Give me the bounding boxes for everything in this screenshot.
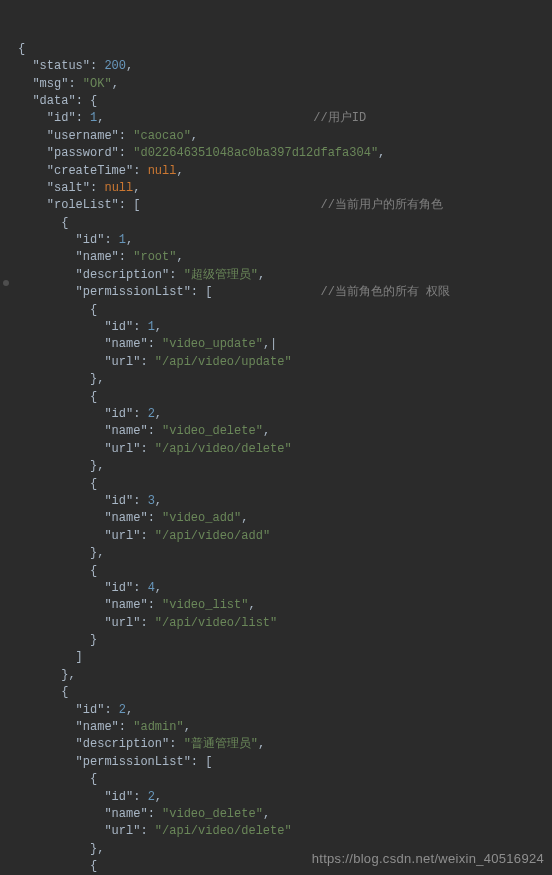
r0p2-name: video_add	[169, 511, 234, 525]
r1p0-url: /api/video/delete	[162, 824, 284, 838]
r0p2-url: /api/video/add	[162, 529, 263, 543]
role1-desc: 普通管理员	[191, 737, 251, 751]
r0p3-name: video_list	[169, 598, 241, 612]
status-value: 200	[104, 59, 126, 73]
password-value: d022646351048ac0ba397d12dfafa304	[140, 146, 370, 160]
r1p0-name: video_delete	[169, 807, 255, 821]
role1-name: admin	[140, 720, 176, 734]
r0p0-name: video_update	[169, 337, 255, 351]
r0p0-url: /api/video/update	[162, 355, 284, 369]
r0p3-url: /api/video/list	[162, 616, 270, 630]
r0p3-id: 4	[148, 581, 155, 595]
role1-id: 2	[119, 703, 126, 717]
comment-role-list: //当前用户的所有角色	[320, 198, 442, 212]
r1p0-id: 2	[148, 790, 155, 804]
r0p1-name: video_delete	[169, 424, 255, 438]
r0p1-url: /api/video/delete	[162, 442, 284, 456]
role0-id: 1	[119, 233, 126, 247]
r0p1-id: 2	[148, 407, 155, 421]
watermark-text: https://blog.csdn.net/weixin_40516924	[312, 850, 544, 869]
role0-desc: 超级管理员	[191, 268, 251, 282]
r0p0-id: 1	[148, 320, 155, 334]
msg-value: OK	[90, 77, 104, 91]
comment-perm-list: //当前角色的所有 权限	[320, 285, 450, 299]
role0-name: root	[140, 250, 169, 264]
username-value: caocao	[140, 129, 183, 143]
comment-user-id: //用户ID	[313, 111, 366, 125]
code-editor[interactable]: { "status": 200, "msg": "OK", "data": { …	[0, 0, 552, 875]
gutter-mark-icon	[3, 280, 9, 286]
r0p2-id: 3	[148, 494, 155, 508]
